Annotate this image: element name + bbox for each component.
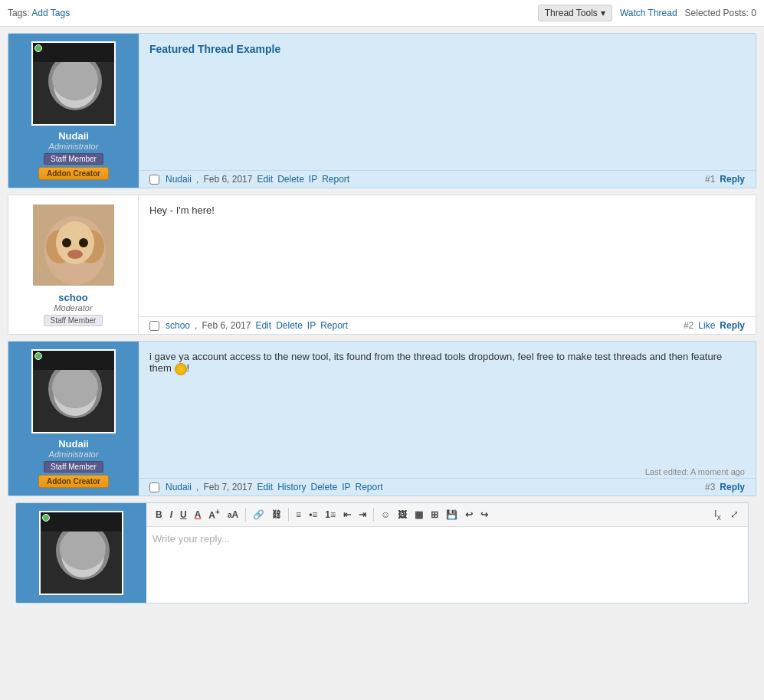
history-link[interactable]: History [277,482,306,492]
post-content: i gave ya account access to the new tool… [139,342,756,466]
post-footer: Nudaii, Feb 6, 2017 Edit Delete IP Repor… [139,170,756,188]
user-role: Moderator [54,303,92,312]
report-link[interactable]: Report [322,174,349,185]
like-link[interactable]: Like [698,320,715,331]
selected-posts-count: 0 [751,8,756,18]
svg-point-6 [84,77,89,81]
image-button[interactable]: 🖼 [395,508,410,522]
align-button[interactable]: ≡ [293,508,304,522]
post-select-checkbox[interactable] [149,175,159,185]
toolbar-sep-1 [245,508,246,522]
svg-point-2 [54,62,97,108]
indent-button[interactable]: ⇥ [356,508,369,522]
thread-tools-label: Thread Tools [545,8,598,18]
underline-button[interactable]: U [177,508,190,522]
reply-sidebar [16,503,146,603]
svg-point-24 [79,381,91,394]
font-color-button[interactable]: A [192,508,205,522]
chevron-down-icon: ▾ [601,8,605,18]
badge-staff-member: Staff Member [44,315,103,326]
badge-addon-creator: Addon Creator [38,167,109,180]
link-button[interactable]: 🔗 [250,508,267,522]
svg-rect-9 [33,43,116,57]
ul-button[interactable]: •≡ [306,508,320,522]
reply-main: B I U A A+ aA 🔗 ⛓ ≡ •≡ 1≡ ⇤ ⇥ ☺ 🖼 ▦ ⊞ [146,503,748,603]
post-title: Featured Thread Example [149,43,745,55]
fullscreen-button[interactable]: ⤢ [727,507,742,522]
svg-point-28 [69,401,81,408]
ip-link[interactable]: IP [342,482,350,492]
thread-tools-button[interactable]: Thread Tools ▾ [538,5,612,21]
emoji-button[interactable]: ☺ [378,508,393,522]
edit-link[interactable]: Edit [255,320,271,331]
undo-button[interactable]: ↩ [462,508,476,522]
post-select-checkbox[interactable] [149,321,159,331]
svg-point-34 [61,532,104,577]
bold-button[interactable]: B [152,508,166,522]
edit-link[interactable]: Edit [257,482,273,492]
table-button[interactable]: ▦ [412,508,426,522]
svg-point-5 [64,77,69,81]
ip-link[interactable]: IP [309,174,317,185]
top-bar: Tags: Add Tags Thread Tools ▾ Watch Thre… [0,0,764,27]
delete-link[interactable]: Delete [277,174,304,185]
svg-point-8 [69,93,81,100]
online-indicator [42,514,50,522]
post-main: Hey - I'm here! schoo, Feb 6, 2017 Edit … [139,195,756,334]
ip-link[interactable]: IP [307,320,316,331]
post-date: Feb 6, 2017 [203,174,252,185]
post-author-link[interactable]: Nudaii [166,174,192,185]
svg-point-27 [66,394,84,407]
redo-button[interactable]: ↪ [477,508,491,522]
avatar [31,203,116,287]
badge-addon-creator: Addon Creator [38,475,109,488]
ol-button[interactable]: 1≡ [322,508,339,522]
post-author-link[interactable]: Nudaii [166,482,192,492]
save-button[interactable]: 💾 [443,508,461,522]
thread-controls: Thread Tools ▾ Watch Thread Selected Pos… [538,5,756,21]
outdent-button[interactable]: ⇤ [340,508,354,522]
post-author-link[interactable]: schoo [166,320,190,331]
watch-thread-label: Watch Thread [620,8,677,18]
post-content: Hey - I'm here! [139,195,756,316]
selected-posts-label: Selected Posts: [685,8,749,18]
svg-point-17 [62,238,71,247]
delete-link[interactable]: Delete [276,320,303,331]
online-indicator [34,44,42,52]
delete-link[interactable]: Delete [310,482,337,492]
post-sidebar: schoo Moderator Staff Member [8,195,139,334]
reply-link[interactable]: Reply [720,320,745,331]
tags-area: Tags: Add Tags [8,8,70,18]
reply-link[interactable]: Reply [720,482,745,492]
edit-link[interactable]: Edit [257,174,273,185]
reply-link[interactable]: Reply [720,174,745,185]
svg-point-23 [59,381,71,394]
post-num-reply: #1 Reply [705,174,745,185]
report-link[interactable]: Report [356,482,383,492]
svg-point-37 [72,546,77,551]
avatar-image [41,512,123,595]
post-sidebar: Nudaii Administrator Staff Member Addon … [8,34,139,188]
last-edited-text: Last edited: A moment ago [645,467,745,476]
table2-button[interactable]: ⊞ [428,508,441,522]
italic-button[interactable]: I [167,508,175,522]
avatar [31,349,116,433]
font-size-down-button[interactable]: aA [225,508,241,522]
add-tags-link[interactable]: Add Tags [31,8,70,18]
post-number: #3 [705,482,715,492]
online-indicator [34,352,42,360]
svg-point-7 [66,87,84,99]
svg-rect-0 [33,43,116,126]
post-num-reply: #3 Reply [705,482,745,492]
post-select-checkbox[interactable] [149,482,159,492]
svg-rect-20 [33,351,116,433]
text-format-button[interactable]: Ix [711,506,724,523]
unlink-button[interactable]: ⛓ [269,508,284,522]
badge-staff-member: Staff Member [44,461,103,473]
editor-body[interactable]: Write your reply... [146,527,748,573]
font-size-up-button[interactable]: A+ [205,506,223,522]
watch-thread-link[interactable]: Watch Thread [620,8,677,18]
user-role: Administrator [49,450,99,459]
report-link[interactable]: Report [320,320,348,331]
svg-rect-40 [41,512,123,526]
